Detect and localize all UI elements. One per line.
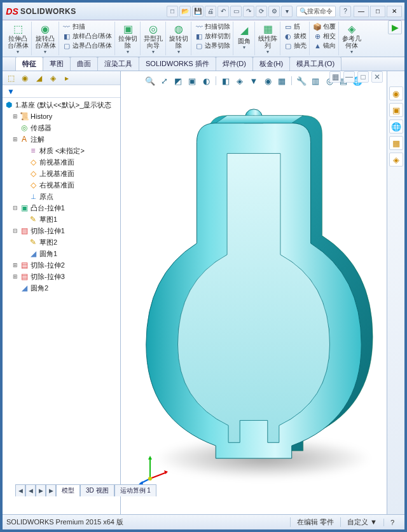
ribbon-group-7[interactable]: ◢圆角▾	[234, 22, 255, 55]
tree-node[interactable]: ⊞▤切除-拉伸3	[4, 271, 120, 282]
tree-node[interactable]: ◇上视基准面	[4, 168, 120, 179]
ribbon-group-2[interactable]: 〰扫描◧放样凸台/基体▢边界凸台/基体	[60, 22, 116, 55]
taskpane-icon[interactable]: ◈	[389, 153, 403, 167]
tree-node[interactable]: ◇前视基准面	[4, 156, 120, 168]
tree-node[interactable]: ◎传感器	[4, 122, 120, 133]
command-tab[interactable]: 焊件(D)	[216, 57, 253, 71]
tree-expander-icon[interactable]: ⊞	[11, 113, 19, 119]
qat-redo-icon[interactable]: ↷	[243, 6, 254, 17]
tree-node[interactable]: ◢圆角1	[4, 248, 120, 259]
qat-select-icon[interactable]: ▭	[230, 6, 242, 17]
window-min-button[interactable]: —	[354, 6, 369, 17]
tree-expander-icon[interactable]: ⊞	[11, 136, 19, 142]
window-max-button[interactable]: □	[370, 6, 385, 17]
search-box[interactable]: 🔍 搜索命令	[296, 6, 336, 17]
lower-tab[interactable]: 运动算例 1	[114, 484, 156, 496]
taskpane-icon[interactable]: 🌐	[389, 119, 403, 133]
window-close-button[interactable]: ✕	[387, 6, 402, 17]
status-custom[interactable]: 自定义 ▼	[340, 517, 383, 527]
ribbon-group-4[interactable]: ◎异型孔 向导▾	[141, 22, 166, 55]
tree-node[interactable]: ⊟▤切除-拉伸1	[4, 225, 120, 236]
ribbon-item[interactable]: ▭筋	[284, 22, 307, 31]
dropdown-icon[interactable]: ▾	[243, 44, 245, 50]
tree-node[interactable]: ⊞📜History	[4, 111, 120, 122]
qat-save-icon[interactable]: 💾	[192, 6, 204, 17]
ribbon-group-9[interactable]: ▭筋◐拔模▢抽壳	[281, 22, 310, 55]
tree-expander-icon[interactable]: ⊞	[11, 262, 19, 268]
command-tab[interactable]: SOLIDWORKS 插件	[139, 57, 216, 71]
ribbon-group-6[interactable]: 〰扫描切除◧放样切割▢边界切除	[192, 22, 233, 55]
ribbon-item[interactable]: ▢抽壳	[284, 41, 307, 50]
dropdown-icon[interactable]: ▾	[152, 49, 155, 55]
help-icon[interactable]: ?	[340, 6, 351, 17]
tree-expander-icon[interactable]: ⊞	[11, 273, 19, 280]
qat-more-icon[interactable]: ▾	[281, 6, 293, 17]
ribbon-item[interactable]: 📦包覆	[313, 22, 336, 31]
tab-nav-arrow[interactable]: ◀	[25, 484, 36, 496]
command-tab[interactable]: 板金(H)	[252, 57, 290, 71]
ribbon-group-8[interactable]: ▦线性阵 列▾	[256, 22, 280, 55]
command-tab[interactable]: 特征	[15, 57, 43, 71]
tree-node[interactable]: ⟂原点	[4, 191, 120, 202]
taskpane-icon[interactable]: ◉	[389, 86, 403, 100]
dropdown-icon[interactable]: ▾	[350, 49, 353, 55]
qat-print-icon[interactable]: 🖨	[205, 6, 216, 17]
panel-tab-icon[interactable]: ◢	[33, 72, 45, 84]
dropdown-icon[interactable]: ▾	[127, 49, 129, 55]
ribbon-item[interactable]: ◧放样凸台/基体	[62, 32, 113, 41]
qat-open-icon[interactable]: 📂	[179, 6, 191, 17]
tree-node[interactable]: ◇右视基准面	[4, 179, 120, 191]
ribbon-group-0[interactable]: ⬚拉伸凸 台/基体▾	[5, 22, 32, 55]
qat-options-icon[interactable]: ⚙	[268, 6, 280, 17]
tab-nav-arrow[interactable]: ▶	[36, 484, 46, 496]
panel-tab-icon[interactable]: ⬚	[5, 72, 17, 84]
dropdown-icon[interactable]: ▾	[44, 49, 46, 55]
ribbon-item[interactable]: 〰扫描切除	[195, 22, 230, 31]
taskpane-icon[interactable]: ▣	[389, 103, 403, 117]
dropdown-icon[interactable]: ▾	[177, 49, 180, 55]
ribbon-item[interactable]: ◧放样切割	[195, 32, 230, 41]
panel-tab-icon[interactable]: ◈	[47, 72, 59, 84]
run-button[interactable]: ▶	[388, 20, 402, 34]
tab-nav-arrow[interactable]: ◀	[15, 484, 25, 496]
ribbon-group-5[interactable]: ◍旋转切 除▾	[167, 22, 191, 55]
tree-node[interactable]: ⊞▤切除-拉伸2	[4, 259, 120, 271]
ribbon-item[interactable]: 〰扫描	[62, 22, 113, 31]
ribbon-group-10[interactable]: 📦包覆⊕相交▲镜向	[310, 22, 339, 55]
ribbon-item[interactable]: ▲镜向	[313, 41, 336, 50]
tree-expander-icon[interactable]: ⊟	[11, 205, 19, 211]
tree-node[interactable]: ✎草图1	[4, 214, 120, 225]
qat-rebuild-icon[interactable]: ⟳	[256, 6, 267, 17]
ribbon-item[interactable]: ⊕相交	[313, 32, 336, 41]
ribbon-item[interactable]: ▢边界切除	[195, 41, 230, 50]
tab-nav-arrow[interactable]: ▶	[46, 484, 56, 496]
ribbon-group-11[interactable]: ◈参考几 何体▾	[340, 22, 364, 55]
lower-tab[interactable]: 模型	[56, 484, 80, 496]
command-tab[interactable]: 模具工具(O)	[289, 57, 341, 71]
panel-tab-icon[interactable]: ▸	[61, 72, 72, 84]
tree-expander-icon[interactable]: ⊟	[11, 228, 19, 234]
ribbon-item[interactable]: ◐拔模	[284, 32, 307, 41]
qat-undo-icon[interactable]: ↶	[217, 6, 229, 17]
filter-icon[interactable]: ▼	[5, 86, 17, 97]
tree-node[interactable]: ≡材质 <未指定>	[4, 145, 120, 156]
tree-root[interactable]: ⬢1.基座 (默认<<默认>_显示状态	[4, 99, 120, 111]
command-tab[interactable]: 曲面	[70, 57, 98, 71]
command-tab[interactable]: 草图	[43, 57, 71, 71]
tree-node[interactable]: ⊞A注解	[4, 133, 120, 145]
orientation-triad[interactable]	[137, 453, 169, 485]
lower-tab[interactable]: 3D 视图	[80, 484, 114, 496]
ribbon-group-3[interactable]: ▣拉伸切 除▾	[116, 22, 141, 55]
dropdown-icon[interactable]: ▾	[266, 49, 269, 55]
taskpane-icon[interactable]: ▦	[389, 136, 403, 150]
qat-new-icon[interactable]: □	[167, 6, 178, 17]
dropdown-icon[interactable]: ▾	[17, 49, 19, 55]
panel-tab-icon[interactable]: ◉	[19, 72, 31, 84]
tree-node[interactable]: ◢圆角2	[4, 282, 120, 294]
ribbon-group-1[interactable]: ◉旋转凸 台/基体▾	[32, 22, 59, 55]
viewport[interactable]: 🔍⤢◩▣◐◧◈▼◉▦🔧▥◎▤🌐 ▦ — □ ✕	[121, 71, 387, 514]
command-tab[interactable]: 渲染工具	[97, 57, 139, 71]
tree-node[interactable]: ⊟▣凸台-拉伸1	[4, 202, 120, 214]
status-help-icon[interactable]: ?	[383, 519, 401, 526]
tree-node[interactable]: ✎草图2	[4, 236, 120, 248]
